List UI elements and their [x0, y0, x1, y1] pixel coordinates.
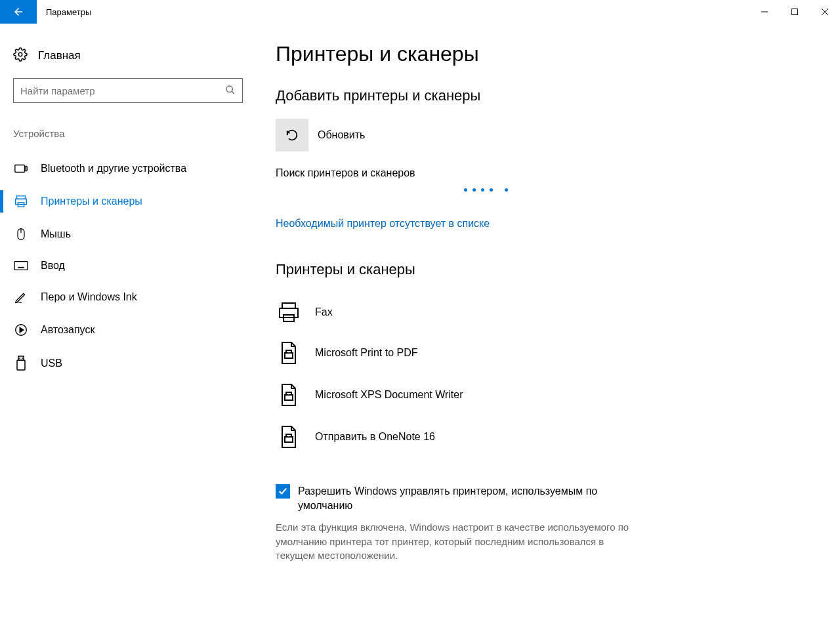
- sidebar-item-label: Автозапуск: [41, 324, 94, 336]
- printer-label: Отправить в OneNote 16: [315, 431, 435, 443]
- minimize-button[interactable]: [749, 0, 780, 24]
- sidebar-item-printers[interactable]: Принтеры и сканеры: [13, 185, 243, 218]
- sidebar-item-pen[interactable]: Перо и Windows Ink: [13, 281, 243, 314]
- printer-icon: [13, 194, 29, 209]
- printer-not-listed-link[interactable]: Необходимый принтер отсутствует в списке: [276, 218, 490, 230]
- search-input[interactable]: [20, 85, 225, 96]
- content-area: Главная Устройства Bluetooth и другие ус…: [0, 24, 840, 635]
- refresh-icon: [285, 128, 299, 142]
- svg-rect-34: [286, 434, 291, 437]
- printer-label: Fax: [315, 306, 333, 318]
- default-printer-checkbox[interactable]: [276, 484, 290, 499]
- refresh-row: Обновить: [276, 119, 814, 152]
- home-label: Главная: [38, 49, 81, 62]
- window-title: Параметры: [37, 0, 91, 24]
- svg-rect-8: [25, 166, 27, 171]
- sidebar-item-typing[interactable]: Ввод: [13, 251, 243, 281]
- mouse-icon: [13, 227, 29, 241]
- sidebar-item-label: Bluetooth и другие устройства: [41, 163, 186, 174]
- document-printer-icon: [276, 383, 302, 407]
- sidebar-item-label: Мышь: [41, 228, 71, 240]
- search-status: Поиск принтеров и сканеров: [276, 167, 814, 179]
- titlebar-spacer: [91, 0, 749, 24]
- autoplay-icon: [13, 323, 29, 337]
- keyboard-icon: [13, 260, 29, 271]
- sidebar-section-title: Устройства: [13, 128, 243, 139]
- svg-rect-14: [14, 262, 28, 270]
- search-icon: [225, 85, 236, 97]
- sidebar-item-label: Ввод: [41, 260, 65, 272]
- document-printer-icon: [276, 425, 302, 449]
- svg-rect-30: [286, 350, 291, 353]
- svg-line-6: [232, 91, 234, 94]
- printers-section-title: Принтеры и сканеры: [276, 261, 814, 278]
- svg-rect-33: [285, 437, 293, 442]
- add-section-title: Добавить принтеры и сканеры: [276, 87, 814, 104]
- maximize-button[interactable]: [780, 0, 810, 24]
- printer-item-xps[interactable]: Microsoft XPS Document Writer: [276, 374, 814, 416]
- window-controls: [749, 0, 840, 24]
- document-printer-icon: [276, 341, 302, 365]
- usb-icon: [13, 356, 29, 371]
- printer-icon: [276, 302, 302, 323]
- device-icon: [13, 161, 29, 176]
- home-link[interactable]: Главная: [13, 43, 243, 78]
- printer-label: Microsoft Print to PDF: [315, 347, 417, 359]
- checkbox-label: Разрешить Windows управлять принтером, и…: [298, 484, 643, 514]
- printer-item-pdf[interactable]: Microsoft Print to PDF: [276, 332, 814, 374]
- svg-rect-26: [282, 303, 295, 308]
- sidebar-item-mouse[interactable]: Мышь: [13, 218, 243, 251]
- svg-rect-23: [17, 360, 25, 370]
- sidebar-item-usb[interactable]: USB: [13, 346, 243, 380]
- checkbox-description: Если эта функция включена, Windows настр…: [276, 520, 643, 563]
- back-button[interactable]: [0, 0, 37, 24]
- svg-marker-21: [20, 327, 24, 332]
- sidebar-item-label: USB: [41, 358, 62, 369]
- main-panel: Принтеры и сканеры Добавить принтеры и с…: [243, 24, 840, 635]
- svg-rect-29: [285, 353, 293, 358]
- printer-item-fax[interactable]: Fax: [276, 293, 814, 332]
- svg-rect-32: [286, 392, 291, 395]
- sidebar-item-autoplay[interactable]: Автозапуск: [13, 314, 243, 346]
- sidebar: Главная Устройства Bluetooth и другие ус…: [0, 24, 243, 635]
- page-title: Принтеры и сканеры: [276, 42, 814, 66]
- sidebar-item-label: Принтеры и сканеры: [41, 195, 142, 207]
- svg-rect-1: [792, 9, 798, 15]
- svg-point-4: [18, 52, 22, 56]
- sidebar-item-label: Перо и Windows Ink: [41, 291, 137, 303]
- svg-point-5: [226, 86, 232, 92]
- refresh-label: Обновить: [318, 129, 365, 141]
- search-box[interactable]: [13, 78, 243, 103]
- svg-rect-10: [16, 199, 27, 204]
- svg-rect-7: [15, 165, 25, 173]
- svg-rect-22: [18, 356, 24, 360]
- svg-rect-31: [285, 395, 293, 400]
- printer-label: Microsoft XPS Document Writer: [315, 389, 463, 401]
- svg-rect-27: [280, 308, 298, 318]
- sidebar-item-bluetooth[interactable]: Bluetooth и другие устройства: [13, 152, 243, 185]
- refresh-button[interactable]: [276, 119, 308, 152]
- titlebar: Параметры: [0, 0, 840, 24]
- progress-indicator: [276, 188, 696, 192]
- default-printer-setting: Разрешить Windows управлять принтером, и…: [276, 484, 643, 563]
- gear-icon: [13, 47, 28, 64]
- pen-icon: [13, 290, 29, 304]
- close-button[interactable]: [810, 0, 840, 24]
- printer-item-onenote[interactable]: Отправить в OneNote 16: [276, 416, 814, 458]
